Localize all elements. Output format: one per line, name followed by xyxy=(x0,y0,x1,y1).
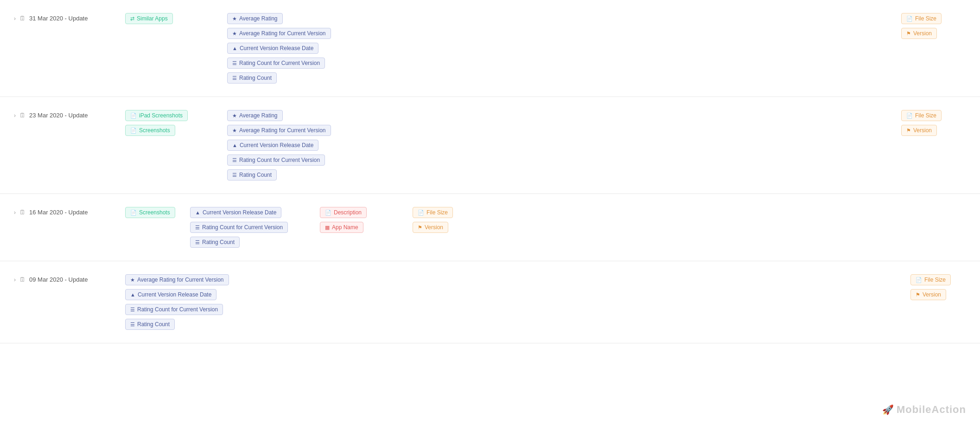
tags-col-2: 📄File Size⚑Version xyxy=(901,110,966,136)
tag-icon: 📄 xyxy=(418,210,424,216)
tag-icon: ⚑ xyxy=(418,225,422,231)
tag-item[interactable]: ★Average Rating for Current Version xyxy=(227,28,331,39)
tag-icon: 📄 xyxy=(325,210,331,216)
row-4: ›🗓09 Mar 2020 - Update★Average Rating fo… xyxy=(0,261,980,343)
row-1: ›🗓31 Mar 2020 - Update⇄Similar Apps★Aver… xyxy=(0,0,980,97)
tag-item[interactable]: 📄File Size xyxy=(901,110,942,121)
chevron-icon[interactable]: › xyxy=(14,15,16,22)
tag-label: Average Rating xyxy=(239,112,278,119)
tags-col-2: 📄Description▦App Name xyxy=(320,207,403,233)
tag-icon: ⚑ xyxy=(906,128,911,134)
row-2: ›🗓23 Mar 2020 - Update📄iPad Screenshots📄… xyxy=(0,97,980,194)
tag-icon: ☰ xyxy=(130,307,135,313)
tag-item[interactable]: ▲Current Version Release Date xyxy=(227,140,318,151)
tag-icon: ☰ xyxy=(232,75,237,81)
tags-col-1: ★Average Rating★Average Rating for Curre… xyxy=(227,110,892,180)
tag-icon: 📄 xyxy=(906,16,913,22)
tag-label: App Name xyxy=(332,224,358,231)
row-content-1: ⇄Similar Apps★Average Rating★Average Rat… xyxy=(125,13,966,84)
tag-item[interactable]: 📄Screenshots xyxy=(125,207,175,218)
tag-label: iPad Screenshots xyxy=(139,112,183,119)
tag-item[interactable]: ☰Rating Count for Current Version xyxy=(227,58,325,69)
tag-item[interactable]: ★Average Rating xyxy=(227,13,283,24)
date-label: 09 Mar 2020 - Update xyxy=(29,276,88,283)
tags-col-0: 📄iPad Screenshots📄Screenshots xyxy=(125,110,218,136)
tags-col-1: ★Average Rating★Average Rating for Curre… xyxy=(227,13,892,84)
tag-label: Rating Count for Current Version xyxy=(239,60,320,66)
tag-item[interactable]: ☰Rating Count xyxy=(190,237,240,248)
calendar-icon: 🗓 xyxy=(19,209,25,216)
tag-icon: ▲ xyxy=(195,210,200,215)
tag-item[interactable]: ▲Current Version Release Date xyxy=(125,289,216,300)
tag-label: Version xyxy=(913,30,932,37)
row-content-4: ★Average Rating for Current Version▲Curr… xyxy=(125,274,966,330)
tag-item[interactable]: ▲Current Version Release Date xyxy=(190,207,281,218)
tag-label: File Size xyxy=(924,277,946,283)
tag-icon: ★ xyxy=(232,31,237,37)
tag-label: Version xyxy=(913,127,932,134)
tag-icon: 📄 xyxy=(130,113,137,119)
tag-item[interactable]: ★Average Rating xyxy=(227,110,283,121)
tag-item[interactable]: ★Average Rating for Current Version xyxy=(125,274,229,285)
tags-col-1: ▲Current Version Release Date☰Rating Cou… xyxy=(190,207,311,248)
tag-icon: ⇄ xyxy=(130,16,134,22)
tag-item[interactable]: 📄File Size xyxy=(413,207,453,218)
tag-item[interactable]: 📄Description xyxy=(320,207,367,218)
tag-label: Average Rating for Current Version xyxy=(239,30,326,37)
tag-item[interactable]: ⚑Version xyxy=(413,222,448,233)
tag-item[interactable]: 📄File Size xyxy=(910,274,951,285)
tag-label: Rating Count xyxy=(239,75,272,81)
tag-label: File Size xyxy=(915,112,936,119)
tags-col-0: ★Average Rating for Current Version▲Curr… xyxy=(125,274,264,330)
tag-item[interactable]: ★Average Rating for Current Version xyxy=(227,125,331,136)
tags-col-0: ⇄Similar Apps xyxy=(125,13,218,24)
tag-item[interactable]: ☰Rating Count xyxy=(227,72,277,84)
tag-label: Average Rating for Current Version xyxy=(239,127,326,134)
tag-item[interactable]: ⚑Version xyxy=(910,289,946,300)
tags-col-2: 📄File Size⚑Version xyxy=(901,13,966,39)
tag-icon: ☰ xyxy=(130,322,135,328)
tag-item[interactable]: ☰Rating Count for Current Version xyxy=(227,155,325,166)
main-container: ›🗓31 Mar 2020 - Update⇄Similar Apps★Aver… xyxy=(0,0,980,343)
tag-icon: ★ xyxy=(232,16,237,22)
tag-item[interactable]: 📄Screenshots xyxy=(125,125,175,136)
tag-item[interactable]: ▦App Name xyxy=(320,222,363,233)
tag-label: Current Version Release Date xyxy=(240,45,313,52)
tag-item[interactable]: ▲Current Version Release Date xyxy=(227,43,318,54)
tag-item[interactable]: ⚑Version xyxy=(901,125,937,136)
chevron-icon[interactable]: › xyxy=(14,209,16,216)
calendar-icon: 🗓 xyxy=(19,276,25,283)
tag-icon: ☰ xyxy=(195,225,200,231)
chevron-icon[interactable]: › xyxy=(14,277,16,283)
row-left-1: ›🗓31 Mar 2020 - Update xyxy=(14,13,125,22)
tag-label: Average Rating xyxy=(239,15,278,22)
tag-label: Rating Count xyxy=(239,172,272,178)
tag-item[interactable]: ⚑Version xyxy=(901,28,937,39)
tag-item[interactable]: ☰Rating Count for Current Version xyxy=(125,304,223,315)
tag-label: Description xyxy=(334,209,362,216)
tag-label: Rating Count xyxy=(202,239,235,245)
tag-icon: ★ xyxy=(232,113,237,119)
tag-item[interactable]: ☰Rating Count for Current Version xyxy=(190,222,288,233)
calendar-icon: 🗓 xyxy=(19,15,25,22)
tag-item[interactable]: ⇄Similar Apps xyxy=(125,13,173,24)
tag-item[interactable]: 📄File Size xyxy=(901,13,942,24)
tag-icon: ☰ xyxy=(195,239,200,245)
tag-label: Screenshots xyxy=(139,127,170,134)
tag-icon: 📄 xyxy=(130,210,137,216)
tag-item[interactable]: 📄iPad Screenshots xyxy=(125,110,188,121)
tag-icon: 📄 xyxy=(916,277,922,283)
tag-icon: ▦ xyxy=(325,225,330,231)
tag-item[interactable]: ☰Rating Count xyxy=(227,169,277,180)
tag-label: Rating Count xyxy=(137,321,170,328)
chevron-icon[interactable]: › xyxy=(14,112,16,119)
tag-label: Average Rating for Current Version xyxy=(137,277,224,283)
tag-label: Rating Count for Current Version xyxy=(202,224,283,231)
date-label: 23 Mar 2020 - Update xyxy=(29,112,88,119)
tag-label: Current Version Release Date xyxy=(240,142,313,148)
tag-item[interactable]: ☰Rating Count xyxy=(125,319,175,330)
tag-label: Rating Count for Current Version xyxy=(239,157,320,163)
tags-col-3: 📄File Size⚑Version xyxy=(413,207,468,233)
tag-icon: ★ xyxy=(232,128,237,134)
tag-label: File Size xyxy=(915,15,936,22)
